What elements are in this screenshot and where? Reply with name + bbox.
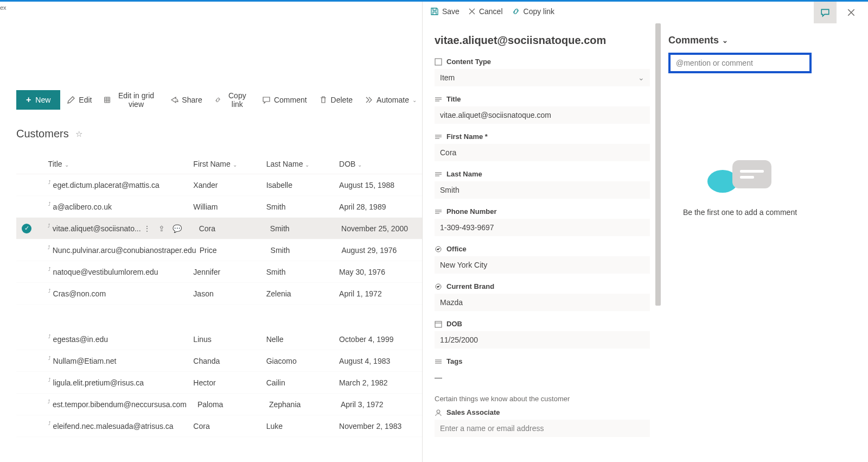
title-cell[interactable]: ⤴Nullam@Etiam.net [43, 357, 188, 365]
title-cell[interactable]: ⤴Nunc.pulvinar.arcu@conubianostraper.edu [42, 246, 194, 255]
comment-button[interactable]: Comment [257, 91, 312, 109]
share-button[interactable]: Share [164, 91, 207, 109]
copy-link-button[interactable]: Copy link [209, 87, 256, 113]
last-cell: Smith [265, 224, 336, 233]
col-first-name[interactable]: First Name⌄ [188, 160, 260, 168]
panel-toolbar: Save Cancel Copy link [423, 2, 662, 21]
last-cell: Smith [261, 202, 334, 211]
table-row[interactable]: ⤴egestas@in.eduLinusNelleOctober 4, 1999 [16, 328, 422, 350]
content-type-select[interactable]: Item ⌄ [435, 69, 650, 86]
text-icon [435, 96, 442, 103]
delete-button[interactable]: Delete [314, 91, 358, 109]
dob-cell: August 4, 1983 [334, 357, 422, 365]
list-title: Customers [16, 128, 69, 140]
close-panel-button[interactable] [840, 2, 863, 23]
comments-header[interactable]: Comments ⌄ [668, 35, 812, 46]
table-row[interactable]: ⤴Nunc.pulvinar.arcu@conubianostraper.edu… [16, 239, 422, 261]
new-button[interactable]: + New [16, 90, 60, 110]
comments-empty-text: Be the first one to add a comment [668, 208, 812, 217]
title-cell[interactable]: ⤴ligula.elit.pretium@risus.ca [43, 378, 188, 387]
dob-cell: April 28, 1989 [334, 202, 422, 211]
last-cell: Zelenia [261, 289, 334, 298]
share-icon[interactable]: ⇪ [158, 224, 165, 233]
comments-empty-state: Be the first one to add a comment [668, 160, 812, 217]
field-first-name: First Name * [435, 132, 650, 161]
title-cell[interactable]: ⤴natoque@vestibulumlorem.edu [43, 268, 188, 276]
title-cell[interactable]: ⤴eleifend.nec.malesuada@atrisus.ca [43, 422, 188, 431]
field-content-type: Content Type Item ⌄ [435, 58, 650, 86]
table-row[interactable]: ⤴Cras@non.comJasonZeleniaApril 1, 1972 [16, 283, 422, 305]
dob-cell: November 2, 1983 [334, 422, 422, 431]
comment-input[interactable] [668, 53, 812, 73]
tags-value[interactable]: — [435, 369, 650, 386]
favorite-star-icon[interactable]: ☆ [75, 129, 82, 139]
flow-icon [365, 96, 373, 104]
title-cell[interactable]: ⤴vitae.aliquet@sociisnato...⋮⇪💬 [42, 224, 194, 233]
more-icon[interactable]: ⋮ [143, 224, 151, 233]
field-dob: DOB [435, 320, 650, 349]
last-cell: Smith [261, 268, 334, 276]
dob-cell: October 4, 1999 [334, 335, 422, 344]
phone-input[interactable] [435, 219, 650, 236]
svg-rect-0 [435, 59, 442, 65]
automate-button[interactable]: Automate ⌄ [359, 91, 422, 109]
last-cell: Zephania [264, 400, 335, 409]
table-row[interactable]: ⤴eleifend.nec.malesuada@atrisus.caCoraLu… [16, 415, 422, 437]
dob-cell: August 29, 1976 [336, 246, 422, 255]
comment-icon [262, 96, 271, 104]
table-row[interactable]: ⤴a@aclibero.co.ukWilliamSmithApril 28, 1… [16, 196, 422, 218]
table-row[interactable]: ⤴natoque@vestibulumlorem.eduJenniferSmit… [16, 261, 422, 283]
chevron-down-icon: ⌄ [638, 73, 644, 82]
table-row[interactable]: ⤴ligula.elit.pretium@risus.caHectorCaili… [16, 372, 422, 394]
save-icon [430, 7, 439, 16]
panel-copy-link-button[interactable]: Copy link [512, 7, 555, 16]
comment-icon[interactable]: 💬 [173, 224, 182, 233]
title-cell[interactable]: ⤴est.tempor.bibendum@neccursusa.com [42, 400, 192, 409]
comments-toggle-button[interactable] [814, 2, 837, 23]
title-cell[interactable]: ⤴eget.dictum.placerat@mattis.ca [43, 181, 188, 189]
panel-scrollbar[interactable] [654, 23, 662, 447]
item-title: vitae.aliquet@sociisnatoque.com [435, 34, 650, 47]
col-last-name[interactable]: Last Name⌄ [261, 160, 334, 168]
calendar-icon [435, 320, 442, 328]
table-row[interactable]: ⤴est.tempor.bibendum@neccursusa.comPalom… [16, 394, 422, 415]
last-name-input[interactable] [435, 181, 650, 199]
col-title[interactable]: Title⌄ [43, 160, 188, 168]
title-cell[interactable]: ⤴Cras@non.com [43, 289, 188, 298]
dob-cell: May 30, 1976 [334, 268, 422, 276]
plus-icon: + [26, 95, 31, 105]
first-cell: Paloma [192, 400, 264, 409]
field-title: Title [435, 95, 650, 124]
pencil-icon [67, 96, 75, 104]
last-cell: Cailin [261, 378, 334, 387]
dob-cell: March 2, 1982 [334, 378, 422, 387]
dob-cell: August 15, 1988 [334, 181, 422, 189]
dob-input[interactable] [435, 331, 650, 349]
brand-value[interactable]: Mazda [435, 294, 650, 311]
close-icon [468, 8, 476, 15]
close-icon [847, 8, 856, 17]
col-dob[interactable]: DOB⌄ [334, 160, 422, 168]
title-cell[interactable]: ⤴egestas@in.edu [43, 335, 188, 344]
choice-icon [435, 245, 442, 253]
edit-grid-button[interactable]: Edit in grid view [98, 87, 163, 113]
title-input[interactable] [435, 106, 650, 124]
table-row[interactable]: ⤴Nullam@Etiam.netChandaGiacomoAugust 4, … [16, 350, 422, 372]
last-cell: Giacomo [261, 357, 334, 365]
edit-button[interactable]: Edit [61, 91, 97, 109]
field-tags: Tags — [435, 357, 650, 386]
link-icon [214, 96, 221, 104]
svg-rect-3 [435, 321, 442, 327]
save-button[interactable]: Save [430, 7, 459, 16]
table-row[interactable]: ⤴eget.dictum.placerat@mattis.caXanderIsa… [16, 174, 422, 196]
selected-check-icon[interactable]: ✓ [22, 224, 31, 233]
table-row[interactable]: ✓⤴vitae.aliquet@sociisnato...⋮⇪💬CoraSmit… [16, 218, 422, 239]
cancel-button[interactable]: Cancel [468, 7, 503, 16]
field-brand: Current Brand Mazda [435, 282, 650, 311]
comment-icon [820, 8, 830, 17]
first-name-input[interactable] [435, 144, 650, 161]
sales-associate-input[interactable] [435, 420, 650, 437]
office-value[interactable]: New York City [435, 256, 650, 274]
title-cell[interactable]: ⤴a@aclibero.co.uk [43, 202, 188, 211]
first-cell: Jason [188, 289, 260, 298]
